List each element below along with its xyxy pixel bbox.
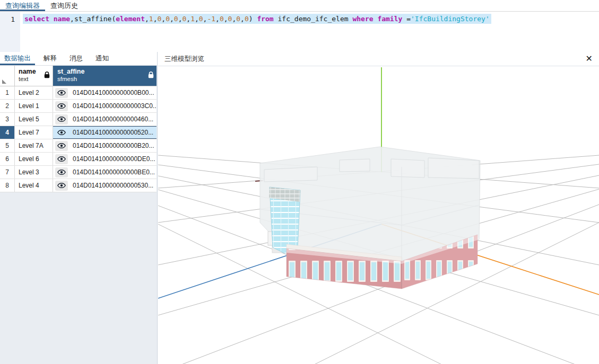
table-row[interactable]: 1 Level 2 014D01410000000000B00... <box>0 86 157 100</box>
view-geometry-eye-button[interactable] <box>55 88 68 98</box>
row-number-cell[interactable]: 1 <box>0 86 15 99</box>
view-geometry-eye-button[interactable] <box>55 141 68 151</box>
select-all-corner[interactable] <box>0 66 15 86</box>
name-cell[interactable]: Level 2 <box>15 86 53 99</box>
sql-editor[interactable]: 1 select name,st_affine(element,1,0,0,0,… <box>0 12 599 52</box>
app-window: 查询编辑器 查询历史 1 select name,st_affine(eleme… <box>0 0 599 364</box>
st-affine-value: 014D01410000000000460... <box>73 116 153 123</box>
results-tab-通知[interactable]: 通知 <box>91 52 113 65</box>
st-affine-value: 014D01410000000000530... <box>73 182 153 189</box>
data-grid: name text st_affine sfmesh 1 Level 2 <box>0 66 157 192</box>
eye-icon <box>57 169 66 175</box>
view-geometry-eye-button[interactable] <box>55 101 68 111</box>
st-affine-value: 014D01410000000000B00... <box>73 89 154 96</box>
table-row[interactable]: 6 Level 6 014D01410000000000DE0... <box>0 153 157 166</box>
eye-icon <box>57 143 66 149</box>
column-header-name[interactable]: name text <box>15 66 53 86</box>
name-cell[interactable]: Level 4 <box>15 179 53 192</box>
name-cell[interactable]: Level 7A <box>15 139 53 152</box>
eye-icon <box>57 116 66 122</box>
st-affine-value: 014D01410000000000B20... <box>73 142 154 149</box>
st-affine-cell[interactable]: 014D0141000000000003C0... <box>53 100 157 112</box>
sql-statement[interactable]: select name,st_affine(element,1,0,0,0,0,… <box>23 14 491 24</box>
eye-icon <box>57 156 66 162</box>
results-tab-消息[interactable]: 消息 <box>65 52 87 65</box>
table-row[interactable]: 2 Level 1 014D0141000000000003C0... <box>0 100 157 113</box>
st-affine-cell[interactable]: 014D01410000000000520... <box>53 126 157 139</box>
results-tabbar: 数据输出解释消息通知 <box>0 52 157 66</box>
st-affine-cell[interactable]: 014D01410000000000530... <box>53 179 157 192</box>
st-affine-cell[interactable]: 014D01410000000000BE0... <box>53 166 157 179</box>
results-tab-解释[interactable]: 解释 <box>39 52 61 65</box>
st-affine-value: 014D01410000000000BE0... <box>73 168 155 176</box>
st-affine-value: 014D0141000000000003C0... <box>73 102 157 110</box>
line-number: 1 <box>11 15 15 23</box>
table-row[interactable]: 3 Level 5 014D01410000000000460... <box>0 113 157 126</box>
eye-icon <box>57 103 66 109</box>
eye-icon <box>57 182 66 189</box>
close-icon[interactable]: ✕ <box>586 55 593 63</box>
eye-icon <box>57 129 66 136</box>
table-row[interactable]: 5 Level 7A 014D01410000000000B20... <box>0 139 157 153</box>
lock-icon <box>148 72 154 80</box>
st-affine-cell[interactable]: 014D01410000000000B00... <box>53 86 157 99</box>
name-cell[interactable]: Level 1 <box>15 100 53 112</box>
name-cell[interactable]: Level 7 <box>15 126 53 139</box>
viewer-canvas-3d[interactable] <box>158 66 599 364</box>
row-number-cell[interactable]: 3 <box>0 113 15 126</box>
view-geometry-eye-button[interactable] <box>55 114 68 125</box>
results-tab-数据输出[interactable]: 数据输出 <box>0 52 35 65</box>
results-panel: 数据输出解释消息通知 name text st_affine sfmesh <box>0 52 158 364</box>
table-row[interactable]: 8 Level 4 014D01410000000000530... <box>0 179 157 192</box>
st-affine-value: 014D01410000000000520... <box>73 129 153 136</box>
view-geometry-eye-button[interactable] <box>55 167 68 177</box>
viewer-title: 三维模型浏览 <box>164 55 204 64</box>
name-cell[interactable]: Level 3 <box>15 166 53 179</box>
query-tabbar: 查询编辑器 查询历史 <box>0 0 599 12</box>
st-affine-cell[interactable]: 014D01410000000000B20... <box>53 139 157 152</box>
view-geometry-eye-button[interactable] <box>55 181 68 191</box>
table-row[interactable]: 4 Level 7 014D01410000000000520... <box>0 126 157 139</box>
row-number-cell[interactable]: 5 <box>0 139 15 152</box>
row-number-cell[interactable]: 8 <box>0 179 15 192</box>
data-grid-body: 1 Level 2 014D01410000000000B00... 2 Lev… <box>0 86 157 192</box>
viewer-header: 三维模型浏览 ✕ <box>158 52 599 66</box>
row-number-cell[interactable]: 4 <box>0 126 15 139</box>
st-affine-value: 014D01410000000000DE0... <box>73 155 155 163</box>
viewer-panel: 三维模型浏览 ✕ <box>158 52 599 364</box>
row-number-cell[interactable]: 6 <box>0 153 15 165</box>
row-number-cell[interactable]: 7 <box>0 166 15 179</box>
eye-icon <box>57 90 66 96</box>
name-cell[interactable]: Level 6 <box>15 153 53 165</box>
name-cell[interactable]: Level 5 <box>15 113 53 126</box>
column-type-label: sfmesh <box>57 76 154 82</box>
data-grid-header: name text st_affine sfmesh <box>0 66 157 86</box>
column-header-st-affine[interactable]: st_affine sfmesh <box>53 66 157 86</box>
line-number-gutter: 1 <box>0 12 20 52</box>
tab-query-history[interactable]: 查询历史 <box>45 0 83 11</box>
lock-icon <box>44 72 50 80</box>
tab-query-editor[interactable]: 查询编辑器 <box>0 0 45 11</box>
select-all-triangle-icon <box>2 79 6 84</box>
st-affine-cell[interactable]: 014D01410000000000460... <box>53 113 157 126</box>
st-affine-cell[interactable]: 014D01410000000000DE0... <box>53 153 157 165</box>
view-geometry-eye-button[interactable] <box>55 154 68 164</box>
column-name-label: st_affine <box>57 68 154 75</box>
view-geometry-eye-button[interactable] <box>55 128 68 138</box>
table-row[interactable]: 7 Level 3 014D01410000000000BE0... <box>0 166 157 179</box>
sql-code-area[interactable]: select name,st_affine(element,1,0,0,0,0,… <box>20 12 491 52</box>
row-number-cell[interactable]: 2 <box>0 100 15 112</box>
building-model <box>260 147 480 289</box>
